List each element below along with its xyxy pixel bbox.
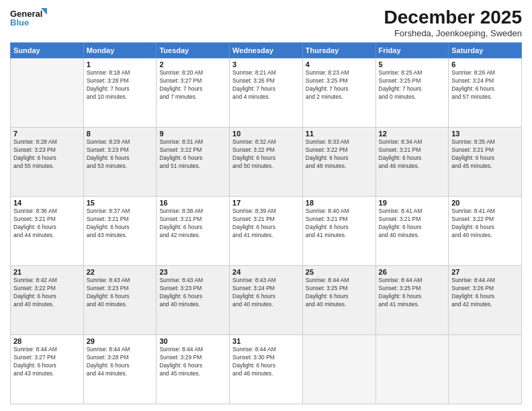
calendar-cell: 29Sunrise: 8:44 AMSunset: 3:28 PMDayligh… [83, 335, 157, 404]
day-number: 27 [451, 268, 519, 276]
calendar-header-cell: Thursday [302, 43, 375, 58]
day-number: 9 [159, 130, 226, 138]
header: General Blue December 2025 Forsheda, Joe… [10, 7, 522, 38]
calendar-cell [11, 58, 84, 128]
calendar-header-cell: Wednesday [230, 43, 303, 58]
day-number: 31 [232, 337, 300, 345]
day-info: Sunrise: 8:29 AMSunset: 3:23 PMDaylight:… [87, 138, 154, 171]
day-info: Sunrise: 8:44 AMSunset: 3:27 PMDaylight:… [13, 346, 81, 378]
day-info: Sunrise: 8:37 AMSunset: 3:21 PMDaylight:… [87, 208, 154, 240]
main-title: December 2025 [384, 7, 522, 28]
day-number: 23 [159, 268, 226, 276]
calendar-header-cell: Friday [375, 43, 449, 58]
day-number: 20 [451, 199, 519, 207]
calendar-week-row: 14Sunrise: 8:36 AMSunset: 3:21 PMDayligh… [11, 197, 522, 266]
calendar-cell: 23Sunrise: 8:43 AMSunset: 3:23 PMDayligh… [157, 266, 230, 335]
calendar-header-row: SundayMondayTuesdayWednesdayThursdayFrid… [11, 43, 522, 58]
day-info: Sunrise: 8:44 AMSunset: 3:26 PMDaylight:… [451, 277, 519, 309]
logo: General Blue [10, 7, 47, 30]
calendar-cell: 13Sunrise: 8:35 AMSunset: 3:21 PMDayligh… [449, 128, 522, 197]
day-info: Sunrise: 8:33 AMSunset: 3:22 PMDaylight:… [306, 138, 373, 171]
calendar-cell: 9Sunrise: 8:31 AMSunset: 3:22 PMDaylight… [157, 128, 230, 197]
calendar-cell: 12Sunrise: 8:34 AMSunset: 3:21 PMDayligh… [375, 128, 449, 197]
day-number: 1 [87, 60, 154, 68]
day-number: 3 [232, 60, 300, 68]
day-info: Sunrise: 8:18 AMSunset: 3:28 PMDaylight:… [87, 69, 154, 101]
calendar-cell: 15Sunrise: 8:37 AMSunset: 3:21 PMDayligh… [83, 197, 157, 266]
calendar-header-cell: Tuesday [157, 43, 230, 58]
calendar-header-cell: Saturday [449, 43, 522, 58]
calendar-header-cell: Monday [83, 43, 157, 58]
subtitle: Forsheda, Joenkoeping, Sweden [384, 28, 522, 38]
calendar-cell: 20Sunrise: 8:41 AMSunset: 3:22 PMDayligh… [449, 197, 522, 266]
day-info: Sunrise: 8:41 AMSunset: 3:21 PMDaylight:… [379, 208, 446, 240]
calendar-cell: 19Sunrise: 8:41 AMSunset: 3:21 PMDayligh… [375, 197, 449, 266]
calendar-cell: 7Sunrise: 8:28 AMSunset: 3:23 PMDaylight… [11, 128, 84, 197]
calendar-cell: 6Sunrise: 8:26 AMSunset: 3:24 PMDaylight… [449, 58, 522, 128]
day-info: Sunrise: 8:43 AMSunset: 3:23 PMDaylight:… [159, 277, 226, 309]
calendar-cell: 21Sunrise: 8:42 AMSunset: 3:22 PMDayligh… [11, 266, 84, 335]
day-info: Sunrise: 8:35 AMSunset: 3:21 PMDaylight:… [451, 138, 519, 171]
day-number: 4 [306, 60, 373, 68]
day-info: Sunrise: 8:44 AMSunset: 3:29 PMDaylight:… [159, 346, 226, 378]
calendar-cell [375, 335, 449, 404]
calendar-cell [302, 335, 375, 404]
day-number: 12 [379, 130, 446, 138]
calendar-week-row: 21Sunrise: 8:42 AMSunset: 3:22 PMDayligh… [11, 266, 522, 335]
day-info: Sunrise: 8:26 AMSunset: 3:24 PMDaylight:… [451, 69, 519, 101]
day-info: Sunrise: 8:42 AMSunset: 3:22 PMDaylight:… [13, 277, 81, 309]
day-number: 25 [306, 268, 373, 276]
logo-svg: General Blue [10, 7, 47, 30]
day-number: 28 [13, 337, 81, 345]
day-info: Sunrise: 8:32 AMSunset: 3:22 PMDaylight:… [232, 138, 300, 171]
day-info: Sunrise: 8:39 AMSunset: 3:21 PMDaylight:… [232, 208, 300, 240]
day-number: 6 [451, 60, 519, 68]
day-info: Sunrise: 8:38 AMSunset: 3:21 PMDaylight:… [159, 208, 226, 240]
calendar-cell: 4Sunrise: 8:23 AMSunset: 3:25 PMDaylight… [302, 58, 375, 128]
day-info: Sunrise: 8:21 AMSunset: 3:26 PMDaylight:… [232, 69, 300, 101]
calendar-header-cell: Sunday [11, 43, 84, 58]
calendar-cell: 27Sunrise: 8:44 AMSunset: 3:26 PMDayligh… [449, 266, 522, 335]
calendar-cell: 24Sunrise: 8:43 AMSunset: 3:24 PMDayligh… [230, 266, 303, 335]
calendar-cell: 26Sunrise: 8:44 AMSunset: 3:25 PMDayligh… [375, 266, 449, 335]
day-number: 2 [159, 60, 226, 68]
day-number: 16 [159, 199, 226, 207]
svg-text:Blue: Blue [10, 17, 29, 28]
day-info: Sunrise: 8:34 AMSunset: 3:21 PMDaylight:… [379, 138, 446, 171]
day-info: Sunrise: 8:44 AMSunset: 3:30 PMDaylight:… [232, 346, 300, 378]
calendar-cell: 8Sunrise: 8:29 AMSunset: 3:23 PMDaylight… [83, 128, 157, 197]
day-number: 18 [306, 199, 373, 207]
day-info: Sunrise: 8:23 AMSunset: 3:25 PMDaylight:… [306, 69, 373, 101]
day-number: 15 [87, 199, 154, 207]
calendar-week-row: 1Sunrise: 8:18 AMSunset: 3:28 PMDaylight… [11, 58, 522, 128]
title-block: December 2025 Forsheda, Joenkoeping, Swe… [384, 7, 522, 38]
calendar-cell: 14Sunrise: 8:36 AMSunset: 3:21 PMDayligh… [11, 197, 84, 266]
day-number: 17 [232, 199, 300, 207]
calendar-table: SundayMondayTuesdayWednesdayThursdayFrid… [10, 42, 522, 404]
day-number: 26 [379, 268, 446, 276]
day-info: Sunrise: 8:44 AMSunset: 3:28 PMDaylight:… [87, 346, 154, 378]
calendar-cell: 16Sunrise: 8:38 AMSunset: 3:21 PMDayligh… [157, 197, 230, 266]
day-info: Sunrise: 8:25 AMSunset: 3:25 PMDaylight:… [379, 69, 446, 101]
day-number: 5 [379, 60, 446, 68]
calendar-cell: 17Sunrise: 8:39 AMSunset: 3:21 PMDayligh… [230, 197, 303, 266]
calendar-week-row: 7Sunrise: 8:28 AMSunset: 3:23 PMDaylight… [11, 128, 522, 197]
calendar-cell: 25Sunrise: 8:44 AMSunset: 3:25 PMDayligh… [302, 266, 375, 335]
calendar-cell: 18Sunrise: 8:40 AMSunset: 3:21 PMDayligh… [302, 197, 375, 266]
calendar-cell: 1Sunrise: 8:18 AMSunset: 3:28 PMDaylight… [83, 58, 157, 128]
calendar-cell: 2Sunrise: 8:20 AMSunset: 3:27 PMDaylight… [157, 58, 230, 128]
day-info: Sunrise: 8:36 AMSunset: 3:21 PMDaylight:… [13, 208, 81, 240]
day-number: 7 [13, 130, 81, 138]
calendar-cell: 31Sunrise: 8:44 AMSunset: 3:30 PMDayligh… [230, 335, 303, 404]
day-number: 29 [87, 337, 154, 345]
calendar-week-row: 28Sunrise: 8:44 AMSunset: 3:27 PMDayligh… [11, 335, 522, 404]
day-number: 10 [232, 130, 300, 138]
day-info: Sunrise: 8:40 AMSunset: 3:21 PMDaylight:… [306, 208, 373, 240]
day-number: 21 [13, 268, 81, 276]
day-number: 11 [306, 130, 373, 138]
day-info: Sunrise: 8:44 AMSunset: 3:25 PMDaylight:… [306, 277, 373, 309]
day-number: 30 [159, 337, 226, 345]
day-info: Sunrise: 8:43 AMSunset: 3:24 PMDaylight:… [232, 277, 300, 309]
calendar-cell: 5Sunrise: 8:25 AMSunset: 3:25 PMDaylight… [375, 58, 449, 128]
calendar-cell: 10Sunrise: 8:32 AMSunset: 3:22 PMDayligh… [230, 128, 303, 197]
